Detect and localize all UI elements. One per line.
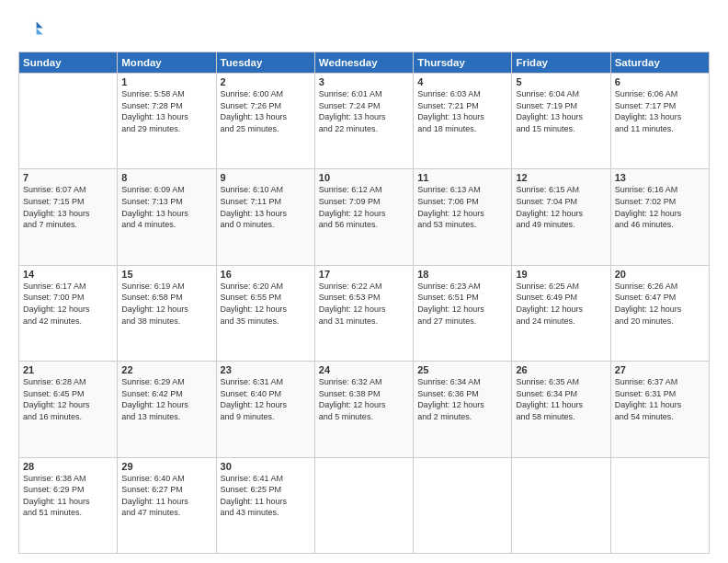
calendar-cell: 14Sunrise: 6:17 AM Sunset: 7:00 PM Dayli…: [19, 265, 118, 361]
calendar-cell: [414, 457, 512, 553]
day-info: Sunrise: 6:03 AM Sunset: 7:21 PM Dayligh…: [417, 88, 507, 134]
day-number: 16: [221, 269, 311, 280]
day-header-sunday: Sunday: [19, 52, 118, 74]
calendar-cell: 5Sunrise: 6:04 AM Sunset: 7:19 PM Daylig…: [512, 74, 610, 169]
calendar-week-row: 21Sunrise: 6:28 AM Sunset: 6:45 PM Dayli…: [19, 362, 710, 457]
calendar-cell: 10Sunrise: 6:12 AM Sunset: 7:09 PM Dayli…: [314, 169, 413, 265]
day-header-wednesday: Wednesday: [314, 52, 413, 74]
day-info: Sunrise: 6:20 AM Sunset: 6:55 PM Dayligh…: [221, 281, 311, 327]
day-header-friday: Friday: [512, 52, 610, 74]
calendar-cell: 3Sunrise: 6:01 AM Sunset: 7:24 PM Daylig…: [314, 74, 413, 169]
calendar-week-row: 1Sunrise: 5:58 AM Sunset: 7:28 PM Daylig…: [19, 74, 710, 169]
day-info: Sunrise: 6:01 AM Sunset: 7:24 PM Dayligh…: [319, 88, 409, 134]
day-info: Sunrise: 6:40 AM Sunset: 6:27 PM Dayligh…: [121, 473, 211, 519]
day-info: Sunrise: 6:41 AM Sunset: 6:25 PM Dayligh…: [221, 473, 311, 519]
day-info: Sunrise: 6:31 AM Sunset: 6:40 PM Dayligh…: [221, 376, 311, 422]
calendar-cell: 13Sunrise: 6:16 AM Sunset: 7:02 PM Dayli…: [610, 169, 709, 265]
day-number: 11: [417, 172, 507, 183]
day-number: 23: [221, 364, 311, 375]
day-info: Sunrise: 6:25 AM Sunset: 6:49 PM Dayligh…: [516, 281, 606, 327]
day-info: Sunrise: 6:09 AM Sunset: 7:13 PM Dayligh…: [121, 184, 211, 230]
day-info: Sunrise: 6:38 AM Sunset: 6:29 PM Dayligh…: [23, 473, 113, 519]
calendar-cell: 28Sunrise: 6:38 AM Sunset: 6:29 PM Dayli…: [19, 457, 118, 553]
calendar-cell: 30Sunrise: 6:41 AM Sunset: 6:25 PM Dayli…: [216, 457, 314, 553]
day-number: 2: [221, 76, 311, 87]
calendar-week-row: 28Sunrise: 6:38 AM Sunset: 6:29 PM Dayli…: [19, 457, 710, 553]
calendar-table: SundayMondayTuesdayWednesdayThursdayFrid…: [18, 52, 710, 554]
day-header-monday: Monday: [118, 52, 216, 74]
calendar-cell: 26Sunrise: 6:35 AM Sunset: 6:34 PM Dayli…: [512, 362, 610, 457]
calendar-cell: [610, 457, 709, 553]
day-number: 6: [615, 76, 705, 87]
day-info: Sunrise: 6:22 AM Sunset: 6:53 PM Dayligh…: [319, 281, 409, 327]
day-number: 19: [516, 269, 606, 280]
calendar-cell: 27Sunrise: 6:37 AM Sunset: 6:31 PM Dayli…: [610, 362, 709, 457]
day-info: Sunrise: 6:37 AM Sunset: 6:31 PM Dayligh…: [615, 376, 705, 422]
day-number: 22: [121, 364, 211, 375]
day-info: Sunrise: 6:13 AM Sunset: 7:06 PM Dayligh…: [417, 184, 507, 230]
calendar-cell: 9Sunrise: 6:10 AM Sunset: 7:11 PM Daylig…: [216, 169, 314, 265]
calendar-cell: 15Sunrise: 6:19 AM Sunset: 6:58 PM Dayli…: [118, 265, 216, 361]
day-number: 25: [417, 364, 507, 375]
day-info: Sunrise: 6:07 AM Sunset: 7:15 PM Dayligh…: [23, 184, 113, 230]
day-info: Sunrise: 6:04 AM Sunset: 7:19 PM Dayligh…: [516, 88, 606, 134]
day-number: 10: [319, 172, 409, 183]
calendar-cell: 23Sunrise: 6:31 AM Sunset: 6:40 PM Dayli…: [216, 362, 314, 457]
calendar-cell: [512, 457, 610, 553]
day-number: 12: [516, 172, 606, 183]
day-info: Sunrise: 6:16 AM Sunset: 7:02 PM Dayligh…: [615, 184, 705, 230]
day-info: Sunrise: 6:28 AM Sunset: 6:45 PM Dayligh…: [23, 376, 113, 422]
calendar-cell: 25Sunrise: 6:34 AM Sunset: 6:36 PM Dayli…: [414, 362, 512, 457]
day-number: 29: [121, 461, 211, 472]
day-info: Sunrise: 6:32 AM Sunset: 6:38 PM Dayligh…: [319, 376, 409, 422]
day-number: 26: [516, 364, 606, 375]
day-number: 18: [417, 269, 507, 280]
calendar-cell: 20Sunrise: 6:26 AM Sunset: 6:47 PM Dayli…: [610, 265, 709, 361]
day-info: Sunrise: 6:29 AM Sunset: 6:42 PM Dayligh…: [121, 376, 211, 422]
logo: [18, 17, 48, 42]
day-number: 4: [417, 76, 507, 87]
day-info: Sunrise: 6:26 AM Sunset: 6:47 PM Dayligh…: [615, 281, 705, 327]
day-info: Sunrise: 6:17 AM Sunset: 7:00 PM Dayligh…: [23, 281, 113, 327]
day-number: 13: [615, 172, 705, 183]
day-number: 30: [221, 461, 311, 472]
calendar-cell: 17Sunrise: 6:22 AM Sunset: 6:53 PM Dayli…: [314, 265, 413, 361]
day-info: Sunrise: 6:00 AM Sunset: 7:26 PM Dayligh…: [221, 88, 311, 134]
day-number: 9: [221, 172, 311, 183]
day-number: 27: [615, 364, 705, 375]
day-header-tuesday: Tuesday: [216, 52, 314, 74]
calendar-cell: 18Sunrise: 6:23 AM Sunset: 6:51 PM Dayli…: [414, 265, 512, 361]
calendar-week-row: 14Sunrise: 6:17 AM Sunset: 7:00 PM Dayli…: [19, 265, 710, 361]
day-number: 8: [121, 172, 211, 183]
day-number: 24: [319, 364, 409, 375]
day-header-thursday: Thursday: [414, 52, 512, 74]
calendar-cell: 7Sunrise: 6:07 AM Sunset: 7:15 PM Daylig…: [19, 169, 118, 265]
calendar-cell: 16Sunrise: 6:20 AM Sunset: 6:55 PM Dayli…: [216, 265, 314, 361]
calendar-cell: 8Sunrise: 6:09 AM Sunset: 7:13 PM Daylig…: [118, 169, 216, 265]
day-info: Sunrise: 5:58 AM Sunset: 7:28 PM Dayligh…: [121, 88, 211, 134]
day-info: Sunrise: 6:12 AM Sunset: 7:09 PM Dayligh…: [319, 184, 409, 230]
day-number: 28: [23, 461, 113, 472]
day-number: 7: [23, 172, 113, 183]
calendar-cell: 12Sunrise: 6:15 AM Sunset: 7:04 PM Dayli…: [512, 169, 610, 265]
calendar-cell: 1Sunrise: 5:58 AM Sunset: 7:28 PM Daylig…: [118, 74, 216, 169]
day-number: 1: [121, 76, 211, 87]
calendar-cell: 22Sunrise: 6:29 AM Sunset: 6:42 PM Dayli…: [118, 362, 216, 457]
day-info: Sunrise: 6:15 AM Sunset: 7:04 PM Dayligh…: [516, 184, 606, 230]
calendar-week-row: 7Sunrise: 6:07 AM Sunset: 7:15 PM Daylig…: [19, 169, 710, 265]
svg-marker-0: [37, 22, 43, 29]
day-info: Sunrise: 6:19 AM Sunset: 6:58 PM Dayligh…: [121, 281, 211, 327]
day-info: Sunrise: 6:23 AM Sunset: 6:51 PM Dayligh…: [417, 281, 507, 327]
calendar-cell: 6Sunrise: 6:06 AM Sunset: 7:17 PM Daylig…: [610, 74, 709, 169]
header: [18, 17, 710, 42]
calendar-header-row: SundayMondayTuesdayWednesdayThursdayFrid…: [19, 52, 710, 74]
svg-marker-1: [37, 29, 43, 35]
day-info: Sunrise: 6:35 AM Sunset: 6:34 PM Dayligh…: [516, 376, 606, 422]
calendar-cell: 19Sunrise: 6:25 AM Sunset: 6:49 PM Dayli…: [512, 265, 610, 361]
calendar-cell: 4Sunrise: 6:03 AM Sunset: 7:21 PM Daylig…: [414, 74, 512, 169]
day-number: 3: [319, 76, 409, 87]
calendar-cell: 11Sunrise: 6:13 AM Sunset: 7:06 PM Dayli…: [414, 169, 512, 265]
day-info: Sunrise: 6:34 AM Sunset: 6:36 PM Dayligh…: [417, 376, 507, 422]
calendar-cell: 24Sunrise: 6:32 AM Sunset: 6:38 PM Dayli…: [314, 362, 413, 457]
day-number: 14: [23, 269, 113, 280]
